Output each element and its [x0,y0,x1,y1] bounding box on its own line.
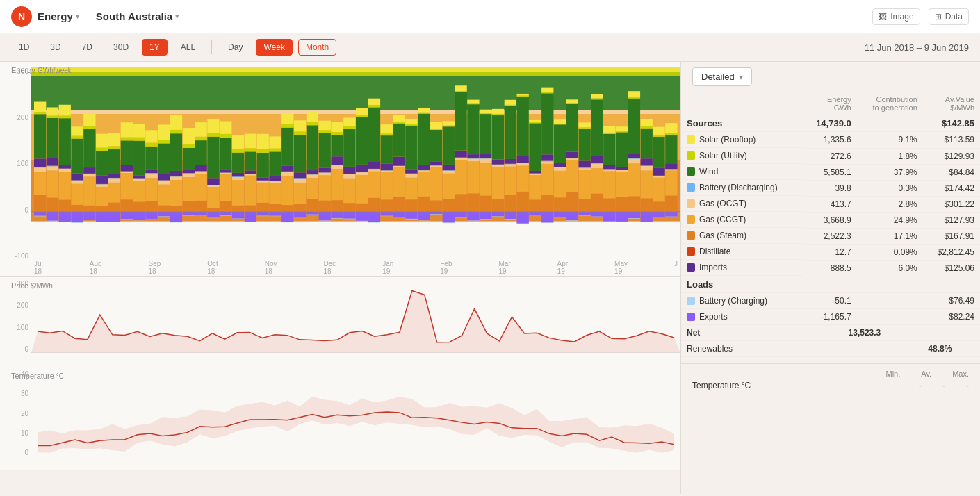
source-name-1: Solar (Utility) [681,148,802,164]
app-dropdown-arrow: ▾ [76,13,79,20]
btn-month[interactable]: Month [298,39,336,56]
load-row-0: Battery (Charging) -50.1 $76.49 [681,292,980,309]
renewables-label-cell: Renewables [681,341,797,357]
detailed-select[interactable]: Detailed ▾ [692,67,752,86]
source-color-8 [687,263,695,272]
btn-30d[interactable]: 30D [106,39,136,56]
temp-label-text: Temperature [11,372,54,380]
price-chart-label: Price $/MWh [11,281,53,290]
source-row-6: Gas (Steam) 2,522.3 17.1% $167.91 [681,228,980,244]
price-y-axis: 300 200 100 0 [0,277,31,367]
detailed-label: Detailed [701,72,735,82]
x-sep18: Sep18 [148,260,161,275]
source-label-5: Gas (CCGT) [699,215,746,224]
source-color-7 [687,247,695,256]
top-bar: N Energy ▾ South Australia ▾ 🖼 Image ⊞ D… [0,0,980,33]
data-button[interactable]: ⊞ Data [929,8,969,25]
source-energy-0: 1,335.6 [802,132,857,149]
renewables-pct-cell: 48.8% [886,341,957,357]
y-label-0: 0 [3,206,28,214]
app-title[interactable]: Energy ▾ [38,10,79,22]
temp-min-header: Min. [885,370,900,378]
temp-max-value: - [966,381,969,390]
source-row-8: Imports 888.5 6.0% $125.06 [681,260,980,276]
temp-row-label: Temperature °C [692,381,751,390]
temp-chart: Temperature °C 40 30 20 10 0 [0,367,680,470]
x-jun19: J [674,260,678,275]
source-energy-6: 2,522.3 [802,228,857,244]
source-row-3: Battery (Discharging) 39.8 0.3% $174.42 [681,180,980,196]
image-button[interactable]: 🖼 Image [872,8,920,25]
col-energy-unit: GWh [834,104,851,112]
btn-day[interactable]: Day [220,39,250,56]
temp-unit: °C [56,372,64,380]
load-contribution-0 [857,292,923,309]
main-content: Energy GWh/week 300 200 100 0 -100 [0,62,980,494]
panel: Detailed ▾ Energy GWh Contribution to ge… [681,62,980,494]
btn-week[interactable]: Week [256,39,292,56]
app-title-text: Energy [38,10,73,22]
temp-canvas [31,373,680,456]
btn-7d[interactable]: 7D [74,39,100,56]
temp-y-axis: 40 30 20 10 0 [0,367,31,470]
energy-x-axis: Jul18 Aug18 Sep18 Oct18 Nov18 Dec18 Jan1… [31,260,680,275]
source-av-0: $113.59 [923,132,980,149]
t-y-10: 10 [3,429,28,437]
source-color-0 [687,135,695,144]
x-dec18: Dec18 [323,260,336,275]
x-aug18: Aug18 [90,260,102,275]
source-av-5: $127.93 [923,212,980,228]
price-chart: Price $/MWh 300 200 100 0 [0,277,680,367]
sources-label-cell: Sources [681,115,802,132]
load-row-1: Exports -1,165.7 $82.24 [681,309,980,325]
logo: N [11,6,32,27]
source-name-3: Battery (Discharging) [681,180,802,196]
net-av-cell [957,325,980,341]
btn-1y[interactable]: 1Y [142,39,168,56]
top-left: N Energy ▾ South Australia ▾ [11,6,179,27]
region-title[interactable]: South Australia ▾ [96,10,179,22]
source-name-7: Distillate [681,244,802,260]
btn-3d[interactable]: 3D [42,39,68,56]
temp-data-row: Temperature °C - - - [692,381,969,390]
energy-chart-label: Energy GWh/week [11,66,72,74]
energy-y-axis: 300 200 100 0 -100 [0,62,31,276]
detailed-dropdown-arrow: ▾ [739,72,743,82]
date-range-controls: 11 Jun 2018 – 9 Jun 2019 [865,42,969,53]
load-av-0: $76.49 [923,292,980,309]
renewables-av-cell [957,341,980,357]
load-av-1: $82.24 [923,309,980,325]
energy-canvas [31,67,680,260]
load-label-1: Exports [699,312,728,322]
source-contribution-8: 6.0% [857,260,923,276]
x-jan19: Jan19 [382,260,393,275]
price-label-text: Price [11,281,28,290]
load-color-0 [687,297,695,305]
x-mar19: Mar19 [498,260,510,275]
source-color-5 [687,215,695,224]
source-color-1 [687,151,695,160]
renewables-row: Renewables 48.8% [681,341,980,357]
col-source [681,92,802,115]
energy-label-text: Energy [11,66,35,74]
charts-area: Energy GWh/week 300 200 100 0 -100 [0,62,681,494]
source-label-6: Gas (Steam) [699,231,746,240]
p-y-100: 100 [3,324,28,331]
source-energy-3: 39.8 [802,180,857,196]
region-dropdown-arrow: ▾ [175,13,179,20]
load-name-0: Battery (Charging) [681,293,802,309]
x-may19: May19 [614,260,628,275]
source-label-2: Wind [699,167,718,176]
source-color-6 [687,231,695,240]
renewables-energy-cell [797,341,886,357]
btn-all[interactable]: ALL [173,39,203,56]
btn-1d[interactable]: 1D [11,39,37,56]
source-contribution-6: 17.1% [857,228,923,244]
y-label-100: 100 [3,160,28,167]
controls-divider [211,40,212,54]
net-value-cell: 13,523.3 [797,325,886,341]
loads-header-row: Loads [681,276,980,292]
source-row-1: Solar (Utility) 272.6 1.8% $129.93 [681,148,980,164]
net-row: Net 13,523.3 [681,325,980,341]
source-name-5: Gas (CCGT) [681,212,802,228]
